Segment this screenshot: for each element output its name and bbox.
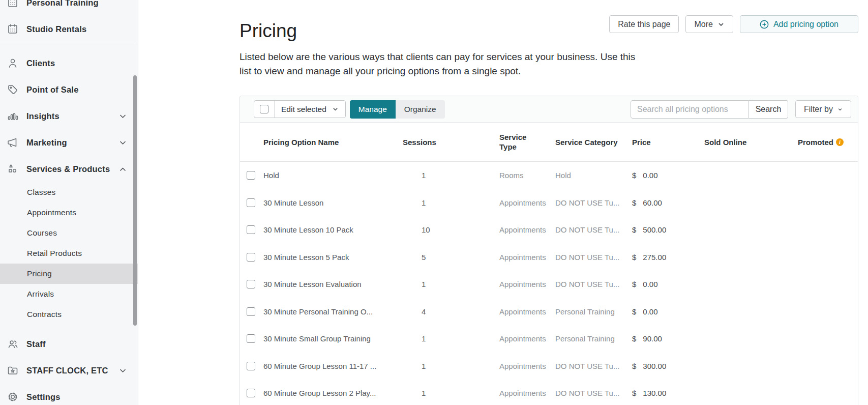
sidebar-item-insights[interactable]: Insights	[0, 103, 138, 129]
more-label: More	[694, 20, 712, 29]
plus-circle-icon	[760, 20, 769, 29]
currency-symbol: $	[632, 198, 636, 207]
calendar-icon	[7, 0, 19, 9]
price-cell: $130.00	[632, 389, 704, 397]
sidebar-scrollbar[interactable]	[133, 75, 137, 326]
col-header-service-category: Service Category	[555, 137, 632, 147]
sidebar-item-marketing[interactable]: Marketing	[0, 129, 138, 156]
sidebar-item-label: STAFF CLOCK, ETC	[26, 366, 108, 375]
sidebar-item-staff[interactable]: Staff	[0, 331, 138, 357]
folder-star-icon	[7, 364, 19, 377]
currency-symbol: $	[632, 253, 636, 262]
sidebar-item-pricing[interactable]: Pricing	[0, 264, 138, 284]
shapes-icon	[7, 163, 19, 175]
col-header-service-type: Service Type	[499, 132, 540, 152]
view-tabs: Manage Organize	[350, 100, 445, 119]
table-row: Hold 1 Rooms Hold $0.00	[240, 162, 858, 189]
sidebar-item-point-of-sale[interactable]: Point of Sale	[0, 76, 138, 103]
row-checkbox[interactable]	[247, 253, 255, 262]
sidebar-item-staff-clock-etc[interactable]: STAFF CLOCK, ETC	[0, 357, 138, 384]
pricing-option-name[interactable]: 30 Minute Lesson 5 Pack	[263, 253, 403, 262]
filter-by-label: Filter by	[804, 105, 833, 114]
sidebar-item-studio-rentals[interactable]: Studio Rentals	[0, 16, 138, 42]
sidebar-spacer	[0, 325, 138, 331]
currency-symbol: $	[632, 225, 636, 234]
service-category-cell: DO NOT USE Tu...	[555, 389, 632, 397]
row-checkbox[interactable]	[247, 198, 255, 207]
sessions-cell: 4	[403, 307, 499, 316]
megaphone-icon	[7, 136, 19, 149]
select-all-checkbox[interactable]	[260, 105, 268, 113]
sidebar-item-arrivals[interactable]: Arrivals	[0, 284, 138, 304]
pricing-option-name[interactable]: 30 Minute Small Group Training	[263, 334, 403, 343]
rate-this-page-label: Rate this page	[618, 20, 670, 29]
price-amount: 130.00	[643, 389, 666, 397]
sessions-cell: 1	[403, 280, 499, 288]
row-checkbox[interactable]	[247, 389, 255, 397]
gear-icon	[7, 391, 19, 403]
sidebar-item-label: Courses	[27, 228, 57, 238]
info-icon[interactable]: i	[836, 138, 844, 146]
sidebar-item-retail-products[interactable]: Retail Products	[0, 243, 138, 264]
sidebar-item-label: Retail Products	[27, 249, 82, 258]
service-type-cell: Appointments	[499, 198, 555, 207]
tab-organize[interactable]: Organize	[396, 100, 445, 119]
sidebar-item-label: Pricing	[27, 269, 52, 278]
page-description: Listed below are the various ways that c…	[240, 50, 858, 78]
col-header-sold-online: Sold Online	[704, 137, 798, 147]
row-checkbox[interactable]	[247, 334, 255, 343]
pricing-option-name[interactable]: 30 Minute Lesson	[263, 198, 403, 207]
search-input[interactable]	[631, 100, 749, 119]
price-amount: 0.00	[643, 307, 657, 316]
pricing-option-name[interactable]: Hold	[263, 171, 403, 180]
search-button[interactable]: Search	[749, 100, 788, 119]
currency-symbol: $	[632, 171, 636, 180]
row-checkbox[interactable]	[247, 307, 255, 316]
page-title: Pricing	[240, 19, 297, 43]
sidebar-item-label: Staff	[26, 339, 46, 349]
currency-symbol: $	[632, 389, 636, 397]
sidebar-item-classes[interactable]: Classes	[0, 182, 138, 202]
sessions-cell: 5	[403, 253, 499, 262]
row-checkbox[interactable]	[247, 225, 255, 234]
price-cell: $0.00	[632, 171, 704, 180]
service-type-cell: Appointments	[499, 253, 555, 262]
sidebar-item-label: Insights	[26, 111, 59, 121]
add-pricing-option-button[interactable]: Add pricing option	[740, 15, 858, 33]
sidebar-item-services-products[interactable]: Services & Products	[0, 156, 138, 182]
more-button[interactable]: More	[685, 15, 733, 33]
select-all-checkbox-zone	[254, 101, 275, 118]
service-type-cell: Appointments	[499, 389, 555, 397]
row-checkbox[interactable]	[247, 362, 255, 370]
service-category-cell: Personal Training	[555, 334, 632, 343]
sidebar-item-settings[interactable]: Settings	[0, 384, 138, 405]
row-checkbox[interactable]	[247, 280, 255, 288]
price-cell: $275.00	[632, 253, 704, 262]
chevron-down-icon	[332, 106, 339, 112]
edit-selected-button[interactable]: Edit selected	[275, 105, 345, 114]
header-actions: Rate this page More Add pricing option	[609, 15, 858, 33]
filter-by-button[interactable]: Filter by	[795, 100, 851, 118]
bar-chart-icon	[7, 110, 19, 122]
sidebar-item-courses[interactable]: Courses	[0, 223, 138, 243]
sessions-cell: 1	[403, 362, 499, 370]
pricing-option-name[interactable]: 60 Minute Group Lesson 2 Play...	[263, 389, 403, 397]
sidebar-item-appointments[interactable]: Appointments	[0, 202, 138, 223]
sidebar-item-personal-training[interactable]: Personal Training	[0, 0, 138, 16]
table-row: 30 Minute Lesson 1 Appointments DO NOT U…	[240, 189, 858, 217]
pricing-option-name[interactable]: 30 Minute Lesson Evaluation	[263, 280, 403, 288]
pricing-option-name[interactable]: 30 Minute Personal Training O...	[263, 307, 403, 316]
sessions-cell: 1	[403, 334, 499, 343]
price-amount: 500.00	[643, 225, 666, 234]
pricing-option-name[interactable]: 60 Minute Group Lesson 11-17 ...	[263, 362, 403, 370]
sidebar-item-label: Clients	[26, 59, 55, 68]
sidebar-item-clients[interactable]: Clients	[0, 50, 138, 76]
pricing-option-name[interactable]: 30 Minute Lesson 10 Pack	[263, 225, 403, 234]
edit-selected-control: Edit selected	[254, 100, 346, 118]
sidebar-item-contracts[interactable]: Contracts	[0, 304, 138, 325]
col-header-pricing-option-name: Pricing Option Name	[263, 137, 403, 147]
tab-manage[interactable]: Manage	[350, 100, 396, 119]
sidebar-divider	[0, 44, 138, 44]
rate-this-page-button[interactable]: Rate this page	[609, 15, 679, 33]
row-checkbox[interactable]	[247, 171, 255, 180]
